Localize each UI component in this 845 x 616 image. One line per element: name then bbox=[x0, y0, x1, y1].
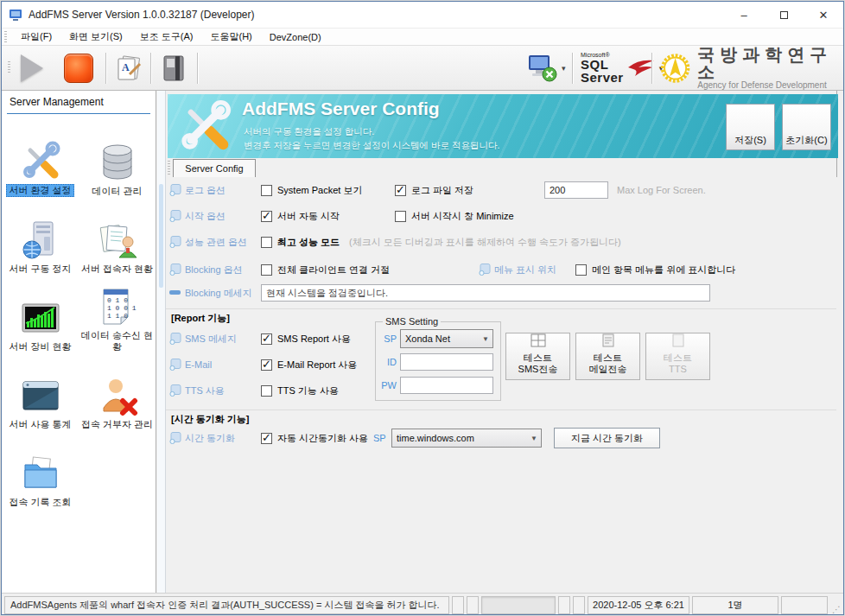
auto-time-sync-cb-label[interactable]: 자동 시간동기화 사용 bbox=[277, 432, 368, 445]
sidebar-item-usage-stats[interactable]: 서버 사용 통계 bbox=[2, 353, 79, 431]
data-transfer-icon: 0 1 01 0 0 11 1 0 bbox=[97, 286, 138, 327]
log-save-label[interactable]: 로그 파일 저장 bbox=[411, 184, 473, 197]
sidebar-item-blocked-users[interactable]: 접속 거부자 관리 bbox=[79, 353, 156, 431]
page-icon bbox=[169, 184, 181, 196]
sidebar-item-data-transfer[interactable]: 0 1 01 0 0 11 1 0 데이터 송수신 현황 bbox=[79, 276, 156, 353]
sidebar-item-data-management[interactable]: 데이터 관리 bbox=[79, 120, 156, 198]
menu-top-checkbox-row: 메인 항목 메뉴를 위에 표시합니다 bbox=[575, 261, 735, 278]
menu-file[interactable]: 파일(F) bbox=[12, 29, 60, 45]
menu-devzone[interactable]: DevZone(D) bbox=[261, 29, 330, 45]
resize-grip[interactable]: ⋰ bbox=[830, 596, 841, 614]
sidebar-item-label: 서버 접속자 현황 bbox=[81, 264, 153, 275]
sms-report-checkbox[interactable] bbox=[261, 333, 272, 345]
toolbar-grip bbox=[8, 61, 10, 73]
save-button[interactable]: 저장(S) bbox=[726, 104, 775, 150]
menu-view[interactable]: 화면 보기(S) bbox=[60, 29, 131, 45]
log-book-button[interactable] bbox=[161, 46, 188, 90]
auto-time-sync-checkbox[interactable] bbox=[261, 433, 272, 444]
email-report-checkbox[interactable] bbox=[261, 359, 272, 371]
sidebar-item-connected-users[interactable]: 서버 접속자 현황 bbox=[79, 198, 156, 276]
auto-start-label[interactable]: 서버 자동 시작 bbox=[277, 210, 340, 223]
sms-report-label[interactable]: SMS Report 사용 bbox=[277, 333, 351, 346]
sms-sp-value: Xonda Net bbox=[405, 333, 450, 344]
sms-report-checkbox-row: SMS Report 사용 bbox=[261, 330, 351, 347]
max-log-input[interactable] bbox=[544, 181, 608, 199]
chevron-down-icon: ▼ bbox=[531, 435, 537, 442]
sidebar-item-equipment-status[interactable]: 서버 장비 현황 bbox=[2, 276, 79, 353]
sidebar-splitter[interactable] bbox=[157, 91, 166, 593]
menu-tools[interactable]: 보조 도구(A) bbox=[131, 29, 202, 45]
status-cell bbox=[467, 596, 479, 614]
start-minimize-checkbox[interactable] bbox=[395, 211, 406, 222]
start-server-button[interactable] bbox=[21, 46, 43, 90]
tts-checkbox[interactable] bbox=[261, 385, 272, 397]
sidebar-item-label: 서버 환경 설정 bbox=[6, 184, 73, 197]
sidebar-item-server-config[interactable]: 서버 환경 설정 bbox=[2, 120, 79, 198]
stop-server-button[interactable] bbox=[64, 46, 93, 90]
max-perf-checkbox[interactable] bbox=[261, 237, 272, 248]
log-save-checkbox[interactable] bbox=[395, 185, 406, 196]
page-icon bbox=[479, 264, 491, 276]
reject-all-checkbox[interactable] bbox=[261, 264, 272, 276]
sidebar-item-label: 접속 기록 조회 bbox=[9, 497, 71, 508]
system-packet-label[interactable]: System Packet 보기 bbox=[277, 184, 362, 197]
sms-sp-dropdown[interactable]: Xonda Net ▼ bbox=[400, 329, 493, 348]
maximize-button[interactable] bbox=[764, 2, 804, 28]
sidebar: Server Management 서버 환경 설정 데이터 관리 서버 구동 … bbox=[2, 91, 156, 593]
report-button[interactable]: A bbox=[114, 46, 143, 90]
status-message: AddFMSAgents 제품의 wharf 접속자 인증 처리 결과(AUTH… bbox=[4, 596, 449, 614]
test-tts-button[interactable]: 테스트 TTS bbox=[645, 333, 710, 380]
test-btn-line1: 테스트 bbox=[594, 352, 622, 365]
test-mail-button[interactable]: 테스트 메일전송 bbox=[575, 333, 640, 380]
report-section-title: [Report 기능] bbox=[171, 312, 230, 325]
menu-top-checkbox[interactable] bbox=[575, 264, 587, 276]
minimize-button[interactable]: – bbox=[724, 2, 764, 28]
sync-now-button[interactable]: 지금 시간 동기화 bbox=[554, 428, 660, 448]
reject-all-label[interactable]: 전체 클라이언트 연결 거절 bbox=[277, 264, 390, 276]
sms-pw-input[interactable] bbox=[400, 377, 493, 394]
system-packet-checkbox[interactable] bbox=[261, 185, 272, 196]
sidebar-item-connection-log[interactable]: 접속 기록 조회 bbox=[2, 431, 79, 509]
sql-server-button[interactable]: Microsoft® SQL Server ▾ bbox=[581, 46, 663, 90]
auto-start-checkbox[interactable] bbox=[261, 211, 272, 222]
stop-icon bbox=[64, 54, 93, 83]
test-sms-button[interactable]: 테스트 SMS전송 bbox=[505, 333, 570, 380]
equipment-monitor-icon bbox=[20, 297, 61, 339]
max-perf-label[interactable]: 최고 성능 모드 bbox=[277, 236, 340, 249]
blocking-option-label: Blocking 옵션 bbox=[185, 264, 243, 276]
mail-doc-icon bbox=[602, 333, 614, 351]
config-banner: AddFMS Server Config 서버의 구동 환경을 설정 합니다. … bbox=[168, 94, 838, 158]
tools-icon bbox=[20, 140, 61, 181]
tools-banner-icon bbox=[176, 98, 233, 156]
tab-server-config[interactable]: Server Config bbox=[173, 159, 256, 177]
page-icon bbox=[169, 264, 181, 276]
tts-checkbox-row: TTS 기능 사용 bbox=[261, 382, 339, 399]
menu-position-label: 메뉴 표시 위치 bbox=[494, 264, 556, 276]
sidebar-item-label: 서버 장비 현황 bbox=[9, 341, 71, 352]
page-icon bbox=[169, 359, 181, 371]
close-button[interactable]: ✕ bbox=[804, 2, 843, 28]
blocking-msg-label: Blocking 메세지 bbox=[185, 287, 252, 300]
status-bar: AddFMSAgents 제품의 wharf 접속자 인증 처리 결과(AUTH… bbox=[2, 593, 843, 615]
blocking-msg-input[interactable] bbox=[261, 284, 710, 302]
splitter-handle[interactable] bbox=[159, 184, 163, 288]
app-icon bbox=[9, 8, 22, 22]
time-server-dropdown[interactable]: time.windows.com ▼ bbox=[391, 429, 542, 448]
menu-top-label[interactable]: 메인 항목 메뉴를 위에 표시합니다 bbox=[592, 264, 735, 276]
page-subtitle-2: 변경후 저장을 누르면 변경한 설정이 시스템에 바로 적용됩니다. bbox=[244, 140, 499, 152]
reset-button[interactable]: 초기화(C) bbox=[782, 104, 831, 150]
email-report-label[interactable]: E-Mail Report 사용 bbox=[277, 359, 357, 372]
sidebar-item-label: 데이터 송수신 현황 bbox=[80, 330, 155, 352]
remote-computer-button[interactable]: ▾ bbox=[527, 46, 566, 90]
svg-text:1 1 0: 1 1 0 bbox=[107, 312, 128, 320]
status-cell bbox=[781, 596, 828, 614]
sidebar-grid: 서버 환경 설정 데이터 관리 서버 구동 정지 서버 접속자 현황 서버 장비 bbox=[2, 120, 156, 509]
sidebar-item-server-stop[interactable]: 서버 구동 정지 bbox=[2, 198, 79, 276]
tts-cb-label[interactable]: TTS 기능 사용 bbox=[277, 384, 339, 397]
sms-id-input[interactable] bbox=[400, 353, 493, 371]
menu-help[interactable]: 도움말(H) bbox=[202, 29, 261, 45]
email-report-checkbox-row: E-Mail Report 사용 bbox=[261, 356, 357, 373]
blocked-user-icon bbox=[97, 375, 138, 416]
chevron-down-icon: ▼ bbox=[482, 335, 489, 343]
start-minimize-label[interactable]: 서버 시작시 창 Minimize bbox=[411, 210, 514, 223]
